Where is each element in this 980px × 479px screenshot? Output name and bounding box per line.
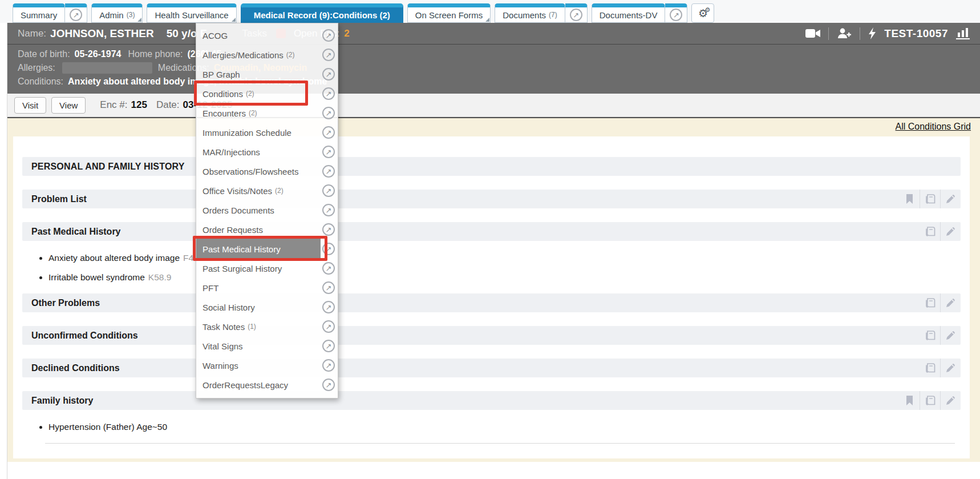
tab-group-summary: Summary↗ [13,3,87,23]
tab-menu-notch [485,18,489,22]
bookmark-icon[interactable] [899,391,920,410]
condition-text: Hypertension (Father) Age~50 [48,422,167,432]
arrow-up-right-icon[interactable]: ↗ [322,204,335,216]
menu-item-count: (2) [275,187,284,195]
header-separator [828,27,829,40]
video-camera-icon[interactable] [805,29,820,38]
tab-documents[interactable]: Documents(7) [495,3,565,23]
view-button[interactable]: View [51,97,86,114]
menu-item-label: Encounters [203,108,246,118]
arrow-up-right-icon[interactable]: ↗ [322,146,335,158]
tab-admin[interactable]: Admin(3) [91,3,143,23]
icd-code: K58.9 [148,272,172,282]
arrow-up-right-icon[interactable]: ↗ [322,243,335,255]
section-bar-problem-list: Problem List [22,190,961,208]
pencil-icon[interactable] [940,359,961,377]
book-icon[interactable] [920,293,940,312]
tab-group-admin: Admin(3) [91,3,143,23]
arrow-up-right-icon: ↗ [70,9,82,21]
add-person-icon[interactable] [837,28,852,39]
enc-number-value: 125 [131,99,147,111]
menu-item-count: (2) [249,109,257,117]
section-action-icons [920,359,961,377]
arrow-up-right-icon[interactable]: ↗ [322,223,335,236]
menu-item-vital-signs[interactable]: Vital Signs↗ [196,336,338,356]
arrow-up-right-icon[interactable]: ↗ [322,281,335,294]
bar-chart-icon[interactable] [956,27,970,39]
gear-small-icon: ⚙ [705,6,711,14]
section-bar-other-problems: Other Problems [22,293,961,312]
section-title: Problem List [22,194,87,204]
arrow-up-right-icon[interactable]: ↗ [322,359,335,372]
tab-open-in-new-button[interactable]: ↗ [565,3,588,23]
menu-item-acog[interactable]: ACOG↗ [196,26,338,45]
lightning-icon[interactable] [868,27,876,39]
menu-item-social-history[interactable]: Social History↗ [196,297,338,317]
pencil-icon[interactable] [940,293,961,312]
arrow-up-right-icon[interactable]: ↗ [322,126,335,139]
bookmark-icon[interactable] [899,190,920,208]
menu-item-pft[interactable]: PFT↗ [196,278,338,297]
arrow-up-right-icon[interactable]: ↗ [322,320,335,333]
menu-item-orders-documents[interactable]: Orders Documents↗ [196,200,338,220]
arrow-up-right-icon[interactable]: ↗ [322,340,335,352]
all-conditions-grid-link[interactable]: All Conditions Grid [896,122,971,131]
book-icon[interactable] [920,391,940,410]
allergies-label: Allergies: [18,61,55,75]
visit-button[interactable]: Visit [14,97,46,114]
arrow-up-right-icon[interactable]: ↗ [322,379,335,391]
section-item-list: Anxiety about altered body imageF41.8Irr… [22,252,961,283]
arrow-up-right-icon[interactable]: ↗ [322,49,335,61]
tab-on-screen-forms[interactable]: On Screen Forms [407,3,491,23]
book-icon[interactable] [920,326,940,345]
personal-family-history-card: PERSONAL AND FAMILY HISTORYProblem ListP… [13,136,970,458]
menu-item-allergies-medications[interactable]: Allergies/Medications(2)↗ [196,45,338,65]
menu-item-orderrequestslegacy[interactable]: OrderRequestsLegacy↗ [196,375,338,395]
tab-label: Summary [21,10,57,20]
menu-item-task-notes[interactable]: Task Notes(1)↗ [196,317,338,336]
book-icon[interactable] [920,190,940,208]
tab-group-on-screen-forms: On Screen Forms [407,3,491,23]
tab-open-in-new-button[interactable]: ↗ [665,3,687,23]
pencil-icon[interactable] [940,391,961,410]
pencil-icon[interactable] [940,190,961,208]
tab-health-surveillance[interactable]: Health Surveillance [147,3,236,23]
menu-item-order-requests[interactable]: Order Requests↗ [196,220,338,239]
pencil-icon[interactable] [940,222,961,241]
book-icon[interactable] [920,222,940,241]
arrow-up-right-icon[interactable]: ↗ [322,262,335,275]
arrow-up-right-icon[interactable]: ↗ [322,87,335,100]
arrow-up-right-icon[interactable]: ↗ [322,165,335,178]
tab-open-in-new-button[interactable]: ↗ [65,3,87,23]
menu-item-encounters[interactable]: Encounters(2)↗ [196,103,338,123]
tab-summary[interactable]: Summary [13,3,65,23]
menu-item-observations-flowsheets[interactable]: Observations/Flowsheets↗ [196,162,338,181]
arrow-up-right-icon[interactable]: ↗ [322,29,335,42]
menu-item-warnings[interactable]: Warnings↗ [196,356,338,375]
menu-item-office-visits-notes[interactable]: Office Visits/Notes(2)↗ [196,181,338,200]
menu-item-past-medical-history[interactable]: Past Medical History↗ [196,239,338,259]
patient-name: JOHNSON, ESTHER [50,27,154,40]
menu-item-immunization-schedule[interactable]: Immunization Schedule↗ [196,123,338,142]
settings-gear-button[interactable]: ⚙ ⚙ [691,3,714,23]
tab-documents-dv[interactable]: Documents-DV [592,3,666,23]
tab-medical-record-9-conditions-2-[interactable]: Medical Record (9):Conditions (2) [241,3,403,23]
menu-item-label: ACOG [203,31,228,41]
arrow-up-right-icon[interactable]: ↗ [322,301,335,313]
section-title: Unconfirmed Conditions [22,331,138,341]
menu-item-bp-graph[interactable]: BP Graph↗ [196,65,338,84]
section-bar-declined-conditions: Declined Conditions [22,359,961,377]
menu-item-label: OrderRequestsLegacy [203,380,288,390]
book-icon[interactable] [920,359,940,377]
patient-header-bar: Name: JOHNSON, ESTHER 50 y/o F Tasks Ope… [7,23,980,94]
menu-item-past-surgical-history[interactable]: Past Surgical History↗ [196,259,338,278]
section-title: PERSONAL AND FAMILY HISTORY [22,162,185,172]
pencil-icon[interactable] [940,326,961,345]
menu-item-mar-injections[interactable]: MAR/Injections↗ [196,142,338,162]
menu-item-conditions[interactable]: Conditions(2)↗ [196,84,338,103]
home-phone-label: Home phone: [128,47,183,61]
arrow-up-right-icon[interactable]: ↗ [322,184,335,197]
arrow-up-right-icon[interactable]: ↗ [322,68,335,80]
section-title: Other Problems [22,298,100,308]
arrow-up-right-icon[interactable]: ↗ [322,107,335,119]
